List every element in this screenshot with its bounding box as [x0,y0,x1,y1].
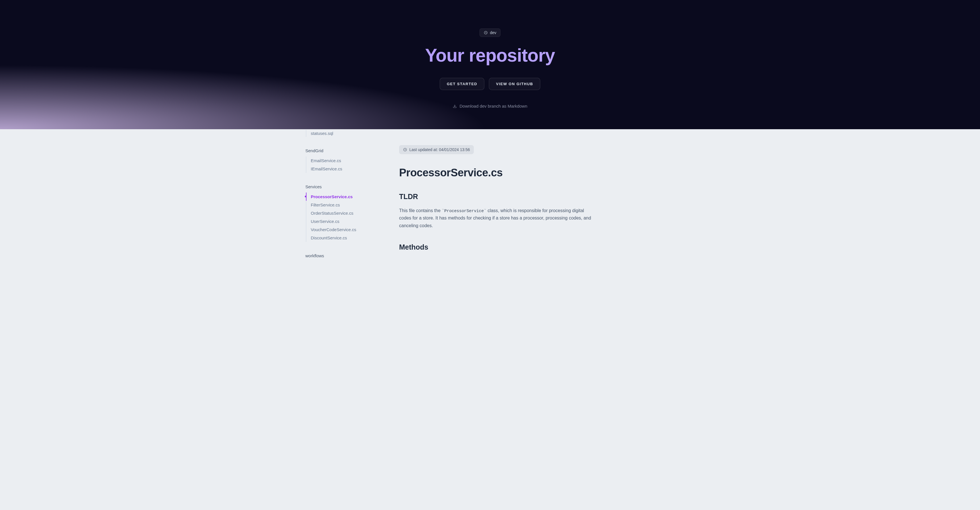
content-area: statuses.sql SendGrid EmailService.cs IE… [294,129,686,269]
sidebar-item-emailservice[interactable]: EmailService.cs [306,156,385,165]
branch-badge: dev [479,29,501,37]
sidebar-item-iemailservice[interactable]: IEmailService.cs [306,165,385,173]
download-markdown-link[interactable]: Download dev branch as Markdown [453,104,527,108]
hero-section: dev Your repository GET STARTED VIEW ON … [0,0,980,129]
tldr-text-before: This file contains the [399,208,442,213]
tldr-heading: TLDR [399,192,592,201]
last-updated-badge: Last updated at: 04/01/2024 13:56 [399,145,474,154]
download-text: Download dev branch as Markdown [460,104,527,108]
hero-title: Your repository [0,45,980,66]
sidebar-group-services: Services ProcessorService.cs FilterServi… [305,184,385,242]
methods-heading: Methods [399,243,592,251]
sidebar-item-vouchercodeservice[interactable]: VoucherCodeService.cs [306,226,385,234]
history-icon [484,31,488,35]
get-started-button[interactable]: GET STARTED [440,78,484,90]
sidebar-item-orderstatusservice[interactable]: OrderStatusService.cs [306,209,385,217]
sidebar-item-filterservice[interactable]: FilterService.cs [306,201,385,209]
tldr-paragraph: This file contains the `ProcessorService… [399,207,592,230]
branch-name: dev [490,30,496,35]
sidebar-group-sendgrid: SendGrid EmailService.cs IEmailService.c… [305,148,385,173]
sidebar-item-discountservice[interactable]: DiscountService.cs [306,234,385,242]
sidebar-list: ProcessorService.cs FilterService.cs Ord… [306,192,385,242]
sidebar-group-workflows: workflows [305,253,385,258]
download-icon [453,104,457,108]
main-content: Last updated at: 04/01/2024 13:56 Proces… [393,129,592,269]
view-github-button[interactable]: VIEW ON GITHUB [489,78,540,90]
sidebar-group-title[interactable]: Services [305,184,385,189]
sidebar: statuses.sql SendGrid EmailService.cs IE… [305,129,393,269]
sidebar-group-title[interactable]: SendGrid [305,148,385,153]
sidebar-item-processorservice[interactable]: ProcessorService.cs [306,192,385,201]
page-title: ProcessorService.cs [399,167,592,179]
sidebar-item-userservice[interactable]: UserService.cs [306,217,385,226]
sidebar-group-title[interactable]: workflows [305,253,385,258]
last-updated-text: Last updated at: 04/01/2024 13:56 [409,148,470,152]
sidebar-list: EmailService.cs IEmailService.cs [306,156,385,173]
hero-buttons: GET STARTED VIEW ON GITHUB [0,78,980,90]
inline-code: `ProcessorService` [442,209,486,213]
clock-icon [403,148,407,152]
sidebar-item-statuses[interactable]: statuses.sql [306,130,385,137]
